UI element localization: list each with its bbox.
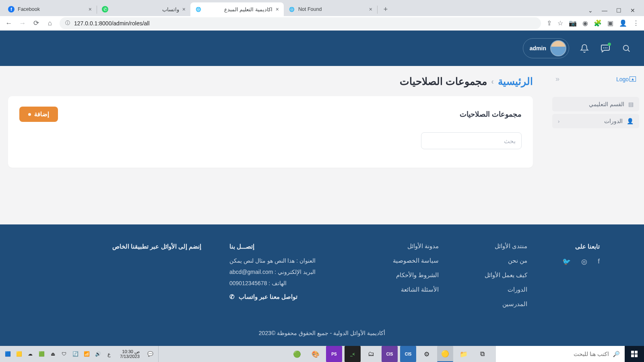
whatsapp-label: تواصل معنا عبر واتساب xyxy=(239,294,297,300)
collapse-sidebar-icon[interactable]: « xyxy=(555,75,559,83)
maximize-icon[interactable]: ☐ xyxy=(616,7,621,14)
add-button-label: إضافة xyxy=(34,111,49,118)
footer-link[interactable]: الشروط والأحكام xyxy=(378,272,439,278)
sidebar-item-label: الدورات xyxy=(604,118,623,124)
logo[interactable]: ▲Logo xyxy=(616,76,636,82)
follow-title: تابعنا على xyxy=(555,243,600,250)
terminal-icon[interactable]: >_ xyxy=(345,346,361,362)
tray-shield-icon[interactable]: 🛡 xyxy=(60,350,68,358)
globe-icon: 🌐 xyxy=(289,6,295,12)
share-icon[interactable]: ⇪ xyxy=(547,19,552,27)
user-chip[interactable]: admin xyxy=(523,38,569,58)
close-icon[interactable]: × xyxy=(89,6,92,12)
svg-rect-5 xyxy=(631,351,634,354)
footer-link[interactable]: سياسة الخصوصية xyxy=(378,257,439,264)
sidebar-item-education[interactable]: ▤القسم التعليمي xyxy=(552,97,639,111)
taskbar-clock[interactable]: 10:30 ص 7/13/2023 xyxy=(117,349,143,359)
tab-academy[interactable]: 🌐 اكاديمية التعليم المبدع × xyxy=(190,2,284,16)
site-info-icon[interactable]: ⓘ xyxy=(65,20,70,27)
search-input[interactable] xyxy=(421,132,522,149)
footer-link[interactable]: كيف يعمل الأوائل xyxy=(467,272,527,278)
window-controls: ⌄ — ☐ ✕ xyxy=(588,7,641,16)
close-icon[interactable]: × xyxy=(182,6,186,12)
whatsapp-link[interactable]: تواصل معنا عبر واتساب ✆ xyxy=(229,294,297,300)
close-window-icon[interactable]: ✕ xyxy=(630,7,635,14)
profile-icon[interactable]: 👤 xyxy=(619,19,627,27)
taskbar-search[interactable]: 🔍 اكتب هنا للبحث xyxy=(496,346,625,362)
tray-volume-icon[interactable]: 🔊 xyxy=(94,350,101,358)
url-input[interactable]: ⓘ 127.0.0.1:8000/admin/roles/all xyxy=(60,17,541,29)
contact-title: إتصـــل بنا xyxy=(229,243,350,250)
app-icon[interactable]: 🎨 xyxy=(308,346,324,362)
sidebar-item-courses[interactable]: 👤الدورات ‹ xyxy=(552,114,639,128)
tray-note-icon[interactable]: 🟨 xyxy=(15,350,23,358)
address-bar: ← → ⟳ ⌂ ⓘ 127.0.0.1:8000/admin/roles/all… xyxy=(0,16,644,31)
footer-link[interactable]: مدونة الأوائل xyxy=(378,243,439,249)
messages-icon[interactable] xyxy=(600,43,611,54)
url-text: 127.0.0.1:8000/admin/roles/all xyxy=(74,20,150,27)
extensions-icon[interactable]: 🧩 xyxy=(594,19,602,27)
breadcrumb-current: مجموعات الصلاحيات xyxy=(400,76,487,87)
tray-sync-icon[interactable]: 🔄 xyxy=(72,350,79,358)
phpstorm-icon[interactable]: PS xyxy=(326,346,342,362)
notifications-tray-icon[interactable]: 💬 xyxy=(147,350,154,358)
folder-icon[interactable]: 🗂 xyxy=(363,346,379,362)
twitter-icon[interactable]: 🐦 xyxy=(562,257,571,266)
tab-separator xyxy=(377,6,378,14)
footer-link[interactable]: المدرسين xyxy=(467,301,527,307)
tab-title: اكاديمية التعليم المبدع xyxy=(205,6,272,12)
tray-wifi-icon[interactable]: 📶 xyxy=(83,350,90,358)
facebook-icon[interactable]: f xyxy=(598,257,600,266)
home-button[interactable]: ⌂ xyxy=(46,19,54,27)
new-tab-button[interactable]: + xyxy=(380,4,391,15)
chrome2-icon[interactable]: 🟢 xyxy=(289,346,305,362)
bookmark-icon[interactable]: ☆ xyxy=(557,19,563,27)
reload-button[interactable]: ⟳ xyxy=(32,19,40,27)
cis2-icon[interactable]: CIS xyxy=(382,346,398,362)
search-icon: 🔍 xyxy=(613,351,620,357)
settings-icon[interactable]: ⚙ xyxy=(419,346,435,362)
close-icon[interactable]: × xyxy=(369,6,372,12)
tray-lang[interactable]: ع xyxy=(105,350,113,358)
start-button[interactable] xyxy=(625,346,644,362)
explorer-icon[interactable]: 📁 xyxy=(456,346,472,362)
tab-notfound[interactable]: 🌐 Not Found × xyxy=(284,2,377,16)
tray-usb-icon[interactable]: ⏏ xyxy=(49,350,56,358)
logo-text: Logo xyxy=(616,76,629,82)
search-icon[interactable] xyxy=(621,43,632,54)
close-icon[interactable]: × xyxy=(276,6,279,12)
show-desktop[interactable] xyxy=(158,346,161,362)
contact-phone: الهاتف : 009012345678 xyxy=(229,280,350,286)
task-view-icon[interactable]: ⧉ xyxy=(474,346,490,362)
tab-whatsapp[interactable]: ✆ واتساب × xyxy=(97,2,190,16)
sidepanel-icon[interactable]: ▣ xyxy=(607,19,613,27)
tray-green-icon[interactable]: 🟩 xyxy=(38,350,45,358)
forward-button[interactable]: → xyxy=(19,19,27,27)
window-dropdown-icon[interactable]: ⌄ xyxy=(588,7,593,14)
breadcrumb-home[interactable]: الرئيسية xyxy=(498,76,533,87)
extension-color-icon[interactable]: ◉ xyxy=(582,19,588,27)
footer-link[interactable]: الدورات xyxy=(467,286,527,293)
notifications-icon[interactable] xyxy=(579,43,590,54)
chrome-icon[interactable]: 🟡 xyxy=(437,346,453,362)
instagram-icon[interactable]: ◎ xyxy=(581,257,587,266)
footer: تابعنا على f ◎ 🐦 منتدى الأوائل من نحن كي… xyxy=(0,224,644,346)
footer-link[interactable]: منتدى الأوائل xyxy=(467,243,527,249)
breadcrumb: الرئيسية › مجموعات الصلاحيات xyxy=(8,76,533,87)
footer-link[interactable]: من نحن xyxy=(467,257,527,264)
menu-icon[interactable]: ⋮ xyxy=(633,19,639,27)
footer-link[interactable]: الأسئلة الشائعة xyxy=(378,286,439,293)
add-button[interactable]: إضافة xyxy=(19,107,58,122)
tray-app-icon[interactable]: 🟦 xyxy=(4,350,11,358)
tray-cloud-icon[interactable]: ☁ xyxy=(27,350,34,358)
back-button[interactable]: ← xyxy=(5,19,13,27)
join-title: إنضم إلى الأوائل عبر تطبيقنا الخاص xyxy=(44,243,201,250)
footer-col-2: مدونة الأوائل سياسة الخصوصية الشروط والأ… xyxy=(378,243,439,315)
tab-facebook[interactable]: f Facebook × xyxy=(3,2,97,16)
camera-icon[interactable]: 📷 xyxy=(569,19,577,27)
minimize-icon[interactable]: — xyxy=(602,7,607,14)
system-tray: 🟦 🟨 ☁ 🟩 ⏏ 🛡 🔄 📶 🔊 ع 10:30 ص 7/13/2023 💬 xyxy=(0,346,165,362)
avatar xyxy=(550,40,566,56)
taskbar-search-placeholder: اكتب هنا للبحث xyxy=(574,351,609,357)
cis-icon[interactable]: CIS xyxy=(400,346,416,362)
